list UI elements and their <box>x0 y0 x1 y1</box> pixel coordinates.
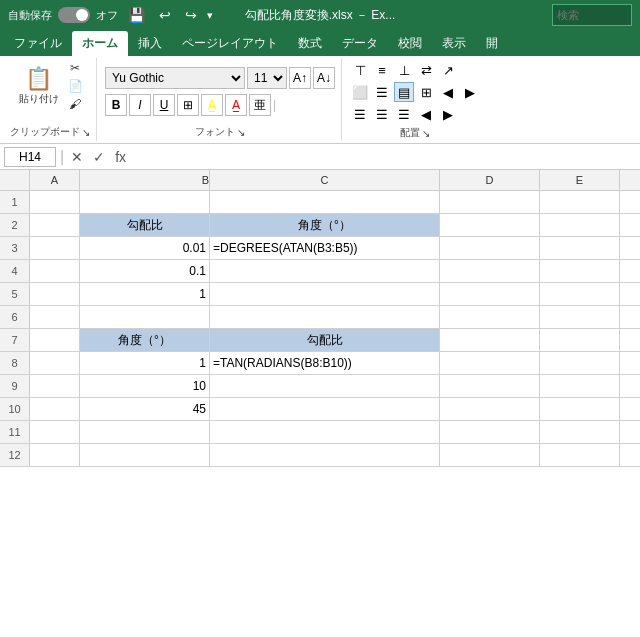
formula-input[interactable] <box>133 147 636 167</box>
redo-button[interactable]: ↪ <box>181 5 201 25</box>
tab-insert[interactable]: 挿入 <box>128 31 172 56</box>
align-center-btn[interactable]: ☰ <box>372 82 392 102</box>
cell-d5[interactable] <box>440 283 540 305</box>
col-header-c[interactable]: C <box>210 170 440 190</box>
format-painter-button[interactable]: 🖌 <box>65 96 86 112</box>
cell-d7[interactable] <box>440 329 540 351</box>
cell-d11[interactable] <box>440 421 540 443</box>
cell-b10[interactable]: 45 <box>80 398 210 420</box>
align-middle-btn[interactable]: ≡ <box>372 60 392 80</box>
cell-a8[interactable] <box>30 352 80 374</box>
cell-c8[interactable]: =TAN(RADIANS(B8:B10)) <box>210 352 440 374</box>
tab-formulas[interactable]: 数式 <box>288 31 332 56</box>
cell-d4[interactable] <box>440 260 540 282</box>
cut-button[interactable]: ✂ <box>65 60 86 76</box>
cell-c3[interactable]: =DEGREES(ATAN(B3:B5)) <box>210 237 440 259</box>
indent-left-btn[interactable]: ◀ <box>416 104 436 124</box>
insert-function-btn[interactable]: fx <box>112 149 129 165</box>
cell-b11[interactable] <box>80 421 210 443</box>
align-left-btn[interactable]: ⬜ <box>350 82 370 102</box>
cell-a1[interactable] <box>30 191 80 213</box>
increase-font-btn[interactable]: A↑ <box>289 67 311 89</box>
alignment-expand[interactable]: ↘ <box>422 128 430 139</box>
cell-a9[interactable] <box>30 375 80 397</box>
cell-b2[interactable]: 勾配比 <box>80 214 210 236</box>
cell-a10[interactable] <box>30 398 80 420</box>
align-top-btn[interactable]: ⊤ <box>350 60 370 80</box>
cell-a3[interactable] <box>30 237 80 259</box>
cell-b9[interactable]: 10 <box>80 375 210 397</box>
cell-e2[interactable] <box>540 214 620 236</box>
underline-button[interactable]: U <box>153 94 175 116</box>
cell-a6[interactable] <box>30 306 80 328</box>
cell-e10[interactable] <box>540 398 620 420</box>
indent-right-btn[interactable]: ▶ <box>438 104 458 124</box>
tab-home[interactable]: ホーム <box>72 31 128 56</box>
cell-c1[interactable] <box>210 191 440 213</box>
border-button[interactable]: ⊞ <box>177 94 199 116</box>
font-color-button[interactable]: A̲ <box>225 94 247 116</box>
decrease-font-btn[interactable]: A↓ <box>313 67 335 89</box>
cell-b4[interactable]: 0.1 <box>80 260 210 282</box>
tab-page-layout[interactable]: ページレイアウト <box>172 31 288 56</box>
cell-d6[interactable] <box>440 306 540 328</box>
cell-d12[interactable] <box>440 444 540 466</box>
tab-review[interactable]: 校閲 <box>388 31 432 56</box>
cell-a11[interactable] <box>30 421 80 443</box>
tab-data[interactable]: データ <box>332 31 388 56</box>
cell-a12[interactable] <box>30 444 80 466</box>
cell-a4[interactable] <box>30 260 80 282</box>
tab-file[interactable]: ファイル <box>4 31 72 56</box>
col-header-d[interactable]: D <box>440 170 540 190</box>
cell-c5[interactable] <box>210 283 440 305</box>
indent-dec-btn[interactable]: ◀ <box>438 82 458 102</box>
cell-e4[interactable] <box>540 260 620 282</box>
cell-e3[interactable] <box>540 237 620 259</box>
cell-d10[interactable] <box>440 398 540 420</box>
copy-button[interactable]: 📄 <box>65 78 86 94</box>
font-size-select[interactable]: 11 <box>247 67 287 89</box>
cell-b12[interactable] <box>80 444 210 466</box>
align-right2-btn[interactable]: ☰ <box>394 104 414 124</box>
col-header-e[interactable]: E <box>540 170 620 190</box>
align-left2-btn[interactable]: ☰ <box>350 104 370 124</box>
cell-b1[interactable] <box>80 191 210 213</box>
cell-b8[interactable]: 1 <box>80 352 210 374</box>
cell-b6[interactable] <box>80 306 210 328</box>
undo-button[interactable]: ↩ <box>155 5 175 25</box>
wrap-text-btn[interactable]: ⇄ <box>416 60 436 80</box>
bold-button[interactable]: B <box>105 94 127 116</box>
tab-more[interactable]: 開 <box>476 31 508 56</box>
cell-c11[interactable] <box>210 421 440 443</box>
align-center2-btn[interactable]: ☰ <box>372 104 392 124</box>
cell-e6[interactable] <box>540 306 620 328</box>
cell-e1[interactable] <box>540 191 620 213</box>
italic-button[interactable]: I <box>129 94 151 116</box>
autosave-toggle[interactable] <box>58 7 90 23</box>
align-bottom-btn[interactable]: ⊥ <box>394 60 414 80</box>
align-right-btn[interactable]: ▤ <box>394 82 414 102</box>
tab-view[interactable]: 表示 <box>432 31 476 56</box>
cell-d1[interactable] <box>440 191 540 213</box>
cell-a7[interactable] <box>30 329 80 351</box>
cell-b3[interactable]: 0.01 <box>80 237 210 259</box>
cell-b7[interactable]: 角度（°） <box>80 329 210 351</box>
paste-button[interactable]: 📋 貼り付け <box>15 64 63 108</box>
font-extra-btn[interactable]: 亜 <box>249 94 271 116</box>
cell-e9[interactable] <box>540 375 620 397</box>
cell-e8[interactable] <box>540 352 620 374</box>
fill-color-button[interactable]: A̲ <box>201 94 223 116</box>
cell-a2[interactable] <box>30 214 80 236</box>
cell-d3[interactable] <box>440 237 540 259</box>
cell-d8[interactable] <box>440 352 540 374</box>
cell-c12[interactable] <box>210 444 440 466</box>
cell-e7[interactable] <box>540 329 620 351</box>
orientation-btn[interactable]: ↗ <box>438 60 458 80</box>
font-expand[interactable]: ↘ <box>237 127 245 138</box>
cell-c7[interactable]: 勾配比 <box>210 329 440 351</box>
indent-inc-btn[interactable]: ▶ <box>460 82 480 102</box>
merge-btn[interactable]: ⊞ <box>416 82 436 102</box>
cell-e11[interactable] <box>540 421 620 443</box>
col-header-b[interactable]: B <box>80 170 210 190</box>
confirm-formula-btn[interactable]: ✓ <box>90 149 108 165</box>
